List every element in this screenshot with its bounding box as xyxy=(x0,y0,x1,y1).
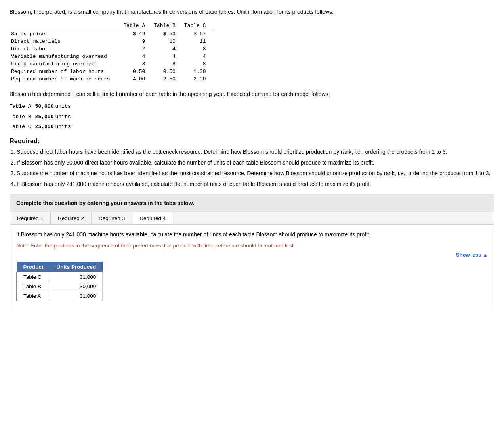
row-val-c: 11 xyxy=(183,38,213,45)
unit-table-header-b: Table B xyxy=(152,22,183,30)
demand-product: Table C xyxy=(10,122,35,132)
table-row: Required number of labor hours 0.50 0.50… xyxy=(10,68,213,75)
answer-units-2: 30,000 xyxy=(50,282,103,291)
demand-table: Table A 50,000 units Table B 25,000 unit… xyxy=(10,102,74,132)
answer-col-product: Product xyxy=(17,262,50,272)
answer-table-row: Table A 31,000 xyxy=(17,291,103,301)
table-row: Direct labor 2 4 8 xyxy=(10,45,213,53)
row-val-c: 4 xyxy=(183,53,213,60)
tab-required-3[interactable]: Required 3 xyxy=(92,212,132,224)
demand-intro-text: Blossom has determined it can sell a lim… xyxy=(10,89,494,99)
row-label: Required number of labor hours xyxy=(10,68,122,75)
row-val-a: 8 xyxy=(122,60,153,68)
row-label: Direct labor xyxy=(10,45,122,53)
table-row: Required number of machine hours 4.00 2.… xyxy=(10,75,213,83)
tab-description-text: If Blossom has only 241,000 machine hour… xyxy=(16,230,488,239)
row-val-b: 10 xyxy=(152,38,183,45)
row-val-a: 9 xyxy=(122,38,153,45)
demand-amount: 25,000 xyxy=(35,122,55,132)
demand-row: Table B 25,000 units xyxy=(10,112,74,122)
row-val-a: 4.00 xyxy=(122,75,153,83)
row-val-b: 4 xyxy=(152,53,183,60)
unit-table-empty-header xyxy=(10,22,122,30)
demand-unit: units xyxy=(55,102,74,111)
answer-product-3: Table A xyxy=(17,291,50,301)
list-item: If Blossom has only 50,000 direct labor … xyxy=(17,159,494,167)
answer-table-header-row: Product Units Produced xyxy=(17,262,103,272)
answer-col-units: Units Produced xyxy=(50,262,103,272)
required-heading: Required: xyxy=(10,137,494,145)
row-label: Sales price xyxy=(10,30,122,38)
tab-required-4[interactable]: Required 4 xyxy=(132,212,173,224)
tab-note-text: Note: Enter the products in the sequence… xyxy=(16,243,488,249)
required-list: Suppose direct labor hours have been ide… xyxy=(10,148,494,188)
answer-product-2: Table B xyxy=(17,282,50,291)
demand-unit: units xyxy=(55,112,74,122)
demand-product: Table A xyxy=(10,102,35,111)
demand-amount: 25,000 xyxy=(35,112,55,122)
row-val-c: 1.00 xyxy=(183,68,213,75)
tabs-bar: Required 1 Required 2 Required 3 Require… xyxy=(10,212,494,225)
tab-required-1[interactable]: Required 1 xyxy=(10,212,51,224)
row-val-a: 2 xyxy=(122,45,153,53)
show-less-button[interactable]: Show less ▲ xyxy=(16,252,488,258)
table-row: Direct materials 9 10 11 xyxy=(10,38,213,45)
row-label: Fixed manufacturing overhead xyxy=(10,60,122,68)
unit-table-header-a: Table A xyxy=(122,22,153,30)
answer-table: Product Units Produced Table C 31,000 Ta… xyxy=(16,262,103,301)
demand-product: Table B xyxy=(10,112,35,122)
row-val-c: 8 xyxy=(183,60,213,68)
row-label: Direct materials xyxy=(10,38,122,45)
row-val-a: $ 49 xyxy=(122,30,153,38)
table-row: Variable manufacturing overhead 4 4 4 xyxy=(10,53,213,60)
demand-amount: 50,000 xyxy=(35,102,55,111)
row-label: Required number of machine hours xyxy=(10,75,122,83)
row-val-b: 0.50 xyxy=(152,68,183,75)
list-item: Suppose direct labor hours have been ide… xyxy=(17,148,494,156)
answer-units-1: 31,000 xyxy=(50,272,103,282)
row-val-a: 0.50 xyxy=(122,68,153,75)
row-val-a: 4 xyxy=(122,53,153,60)
table-row: Fixed manufacturing overhead 8 8 8 xyxy=(10,60,213,68)
demand-row: Table A 50,000 units xyxy=(10,102,74,111)
required-section: Required: Suppose direct labor hours hav… xyxy=(10,137,494,188)
complete-box-text: Complete this question by entering your … xyxy=(16,200,194,206)
tab-required-2[interactable]: Required 2 xyxy=(51,212,92,224)
row-val-c: 8 xyxy=(183,45,213,53)
answer-table-row: Table C 31,000 xyxy=(17,272,103,282)
table-row: Sales price $ 49 $ 53 $ 67 xyxy=(10,30,213,38)
answer-units-3: 31,000 xyxy=(50,291,103,301)
intro-paragraph: Blossom, Incorporated, is a small compan… xyxy=(10,8,494,16)
demand-section: Blossom has determined it can sell a lim… xyxy=(10,89,494,132)
demand-row: Table C 25,000 units xyxy=(10,122,74,132)
row-val-b: 2.50 xyxy=(152,75,183,83)
row-val-b: $ 53 xyxy=(152,30,183,38)
tabs-container: Required 1 Required 2 Required 3 Require… xyxy=(10,212,494,307)
answer-table-row: Table B 30,000 xyxy=(17,282,103,291)
row-label: Variable manufacturing overhead xyxy=(10,53,122,60)
unit-table-header-c: Table C xyxy=(183,22,213,30)
list-item: Suppose the number of machine hours has … xyxy=(17,169,494,178)
tab-content-area: If Blossom has only 241,000 machine hour… xyxy=(10,225,494,307)
list-item: If Blossom has only 241,000 machine hour… xyxy=(17,180,494,188)
row-val-b: 8 xyxy=(152,60,183,68)
complete-box: Complete this question by entering your … xyxy=(10,194,494,212)
demand-unit: units xyxy=(55,122,74,132)
row-val-c: 2.00 xyxy=(183,75,213,83)
unit-info-table: Table A Table B Table C Sales price $ 49… xyxy=(10,22,213,83)
row-val-b: 4 xyxy=(152,45,183,53)
answer-product-1: Table C xyxy=(17,272,50,282)
row-val-c: $ 67 xyxy=(183,30,213,38)
